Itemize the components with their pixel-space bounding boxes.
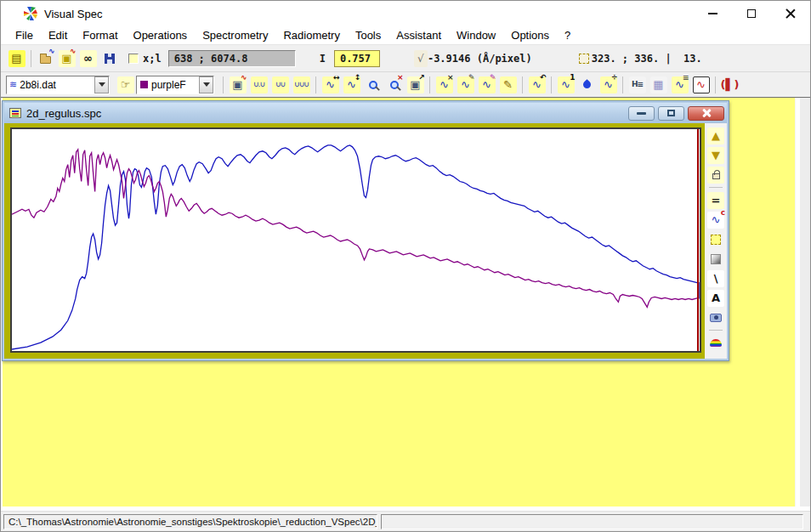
spectrum-window-controls [625, 106, 724, 121]
menu-file[interactable]: File [8, 27, 41, 43]
open-profile-icon: ∿ [37, 50, 54, 67]
mdi-area: 2d_regulus.spc ▲▼=∿c\A [1, 98, 810, 511]
hydrogen-lines-button[interactable]: H≡ [627, 75, 648, 95]
unzoom-button[interactable]: × [383, 75, 405, 95]
element-lines-icon: ∿≡ [672, 76, 689, 93]
spectrum-plot[interactable] [10, 127, 701, 353]
normalize-icon: ∿1 [558, 76, 575, 93]
palette-button[interactable] [706, 333, 725, 353]
close-icon [701, 108, 712, 118]
pen-button[interactable]: ∿✎ [455, 75, 476, 95]
maximize-button[interactable] [732, 1, 771, 26]
save-button[interactable] [99, 48, 120, 69]
display-window-button[interactable]: ▣∿ [227, 75, 248, 95]
brush-button[interactable]: ✎ [497, 75, 519, 95]
spectrum-window[interactable]: 2d_regulus.spc ▲▼=∿c\A [2, 100, 729, 361]
draw-line-icon: \ [707, 270, 724, 287]
color-combobox-value: purpleF [151, 79, 196, 91]
audio-icon: (▌) [722, 76, 739, 93]
display-reference-button[interactable]: ▣∿ [56, 48, 77, 69]
spectrum-blue [12, 145, 699, 349]
zoom-button[interactable] [362, 75, 383, 95]
fill-area-button[interactable] [706, 229, 725, 249]
pen-marker-icon: ∿✎ [479, 76, 496, 93]
shift-x-button[interactable]: ∿↔ [320, 75, 341, 95]
chevron-down-icon [203, 82, 210, 87]
xl-checkbox[interactable] [128, 54, 139, 64]
profile-lines-button[interactable]: ∪∪∪ [291, 75, 312, 95]
file-combobox-dropdown[interactable] [94, 76, 109, 93]
toolbar-separator [429, 76, 430, 93]
series-manager-icon: ▤ [9, 50, 26, 67]
pick-button[interactable]: ☞ [115, 75, 136, 95]
chevron-down-icon [99, 82, 105, 87]
scale-up-icon: ▲ [707, 127, 724, 144]
sqrt-curve-icon: √ [414, 50, 428, 67]
main-window: Visual Spec FileEditFormatOperationsSpec… [0, 0, 811, 532]
element-lines-button[interactable]: ∿≡ [669, 75, 690, 95]
background-button[interactable] [706, 249, 725, 269]
profile-bars-button[interactable]: ∪∪ [269, 75, 291, 95]
spectrum-window-titlebar[interactable]: 2d_regulus.spc [4, 103, 727, 123]
delete-points-button[interactable]: ∿× [434, 75, 455, 95]
pen-icon: ∿✎ [457, 76, 474, 93]
scale-up-button[interactable]: ▲ [706, 126, 725, 145]
minimize-button[interactable] [693, 1, 732, 26]
menu-help[interactable]: ? [557, 27, 578, 43]
menu-window[interactable]: Window [449, 27, 503, 43]
doc-restore-button[interactable] [658, 106, 684, 121]
color-combobox-dropdown[interactable] [199, 76, 213, 93]
lock-icon [707, 167, 724, 184]
insert-text-button[interactable]: A [706, 288, 725, 308]
menu-tools[interactable]: Tools [348, 27, 388, 43]
menu-edit[interactable]: Edit [41, 27, 75, 43]
menu-options[interactable]: Options [503, 27, 557, 43]
menu-radiometry[interactable]: Radiometry [275, 27, 347, 43]
menu-operations[interactable]: Operations [126, 27, 196, 43]
color-combobox[interactable]: purpleF [136, 76, 214, 94]
snapshot-icon [707, 309, 724, 326]
equalize-button[interactable]: = [706, 190, 725, 210]
scale-down-button[interactable]: ▼ [706, 145, 725, 165]
divide-button[interactable]: ∿÷ [598, 75, 619, 95]
shift-y-icon: ∿↕ [343, 76, 360, 93]
pen-marker-button[interactable]: ∿✎ [476, 75, 497, 95]
periodic-table-button[interactable]: ▦ [648, 75, 669, 95]
normalize-button[interactable]: ∿1 [555, 75, 576, 95]
audio-button[interactable]: (▌) [719, 75, 740, 95]
open-profile-button[interactable]: ∿ [35, 48, 56, 69]
minimize-icon [708, 13, 717, 14]
palette-icon [707, 335, 724, 352]
replot-button[interactable]: ∿c [706, 210, 725, 229]
color-swatch-icon [140, 81, 148, 88]
copy-to-window-button[interactable]: ▣↗ [405, 75, 426, 95]
browse-icon: ∞ [80, 50, 97, 67]
close-icon [785, 8, 796, 19]
draw-line-button[interactable]: \ [706, 269, 725, 288]
menu-format[interactable]: Format [75, 27, 125, 43]
preview-window-icon: ∿ [693, 76, 710, 93]
menu-spectrometry[interactable]: Spectrometry [195, 27, 275, 43]
shift-y-button[interactable]: ∿↕ [341, 75, 362, 95]
side-toolbar: ▲▼=∿c\A [705, 123, 727, 359]
undo-curve-icon: ∿↶ [529, 76, 546, 93]
profile-bars-icon: ∪∪ [272, 76, 289, 93]
file-combobox[interactable]: ≋ 2b8i.dat [6, 76, 110, 94]
menu-assistant[interactable]: Assistant [388, 27, 449, 43]
close-button[interactable] [771, 1, 810, 26]
preview-window-button[interactable]: ∿ [690, 75, 712, 95]
doc-minimize-button[interactable] [628, 106, 655, 121]
lock-button[interactable] [706, 165, 725, 184]
doc-close-button[interactable] [688, 106, 724, 121]
water-drop-button[interactable] [576, 75, 598, 95]
toolbar-separator [551, 76, 552, 93]
profile-dots-button[interactable]: ∪.∪ [248, 75, 269, 95]
undo-curve-button[interactable]: ∿↶ [526, 75, 547, 95]
plot-frame [4, 123, 705, 359]
file-combobox-value: 2b8i.dat [20, 79, 91, 91]
tools-toolbar: ≋ 2b8i.dat ☞ purpleF ▣∿∪.∪∪∪∪∪∪∿↔∿↕×▣↗∿×… [1, 72, 810, 98]
unzoom-icon: × [386, 76, 403, 93]
browse-button[interactable]: ∞ [77, 48, 99, 69]
series-manager-button[interactable]: ▤ [6, 48, 27, 69]
snapshot-button[interactable] [706, 308, 725, 327]
